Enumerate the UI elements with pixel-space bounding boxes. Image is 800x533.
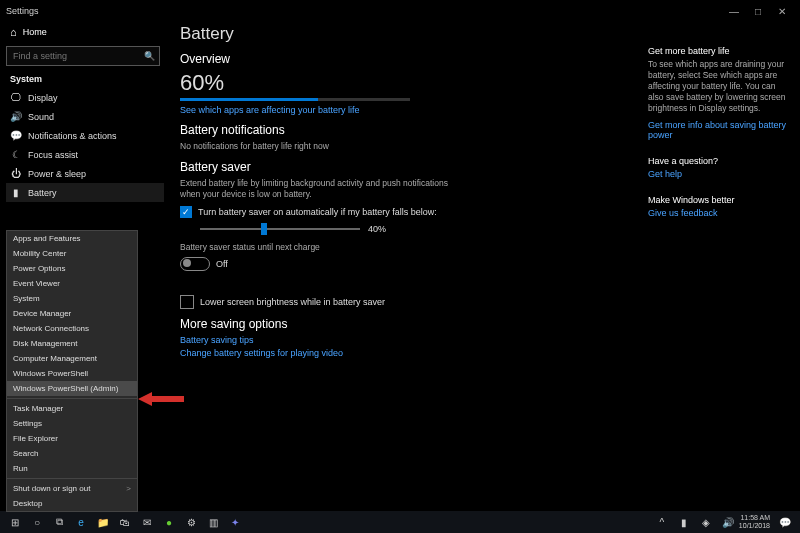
checkbox-checked-icon: ✓ [180,206,192,218]
ctx-desktop[interactable]: Desktop [7,496,137,511]
sidebar-item-sound[interactable]: 🔊Sound [6,107,164,126]
ctx-device-manager[interactable]: Device Manager [7,306,137,321]
tray-wifi-icon[interactable]: ◈ [697,513,715,531]
sidebar-item-battery[interactable]: ▮Battery [6,183,164,202]
saver-desc: Extend battery life by limiting backgrou… [180,178,460,200]
sidebar: ⌂ Home 🔍 System 🖵Display🔊Sound💬Notificat… [0,22,164,202]
sidebar-item-power-sleep[interactable]: ⏻Power & sleep [6,164,164,183]
sidebar-item-notifications-actions[interactable]: 💬Notifications & actions [6,126,164,145]
tips-l1[interactable]: Get more info about saving battery power [648,120,788,140]
ctx-network-connections[interactable]: Network Connections [7,321,137,336]
slider-track [200,228,360,230]
nav-icon: ⏻ [10,168,22,179]
saver-auto-label: Turn battery saver on automatically if m… [198,207,437,217]
ctx-event-viewer[interactable]: Event Viewer [7,276,137,291]
search-input-wrap[interactable]: 🔍 [6,46,160,66]
home-nav[interactable]: ⌂ Home [6,22,164,42]
tray-battery-icon[interactable]: ▮ [675,513,693,531]
clock-time: 11:58 AM [739,514,770,522]
tips-link[interactable]: Battery saving tips [180,335,788,345]
lower-brightness-checkbox[interactable]: Lower screen brightness while in battery… [180,295,788,309]
ctx-power-options[interactable]: Power Options [7,261,137,276]
clock[interactable]: 11:58 AM 10/1/2018 [739,514,770,530]
tips-p1: To see which apps are draining your batt… [648,59,788,114]
ctx-search[interactable]: Search [7,446,137,461]
nav-label: Display [28,93,58,103]
nav-icon: 💬 [10,130,22,141]
svg-marker-0 [138,392,184,406]
start-button[interactable]: ⊞ [6,513,24,531]
nav-label: Power & sleep [28,169,86,179]
slider-value: 40% [368,224,386,234]
cortana-icon[interactable]: ○ [28,513,46,531]
sidebar-item-focus-assist[interactable]: ☾Focus assist [6,145,164,164]
store-icon[interactable]: 🛍 [116,513,134,531]
video-link[interactable]: Change battery settings for playing vide… [180,348,788,358]
ctx-disk-management[interactable]: Disk Management [7,336,137,351]
ctx-computer-management[interactable]: Computer Management [7,351,137,366]
saver-threshold-slider[interactable]: 40% [200,224,788,234]
tips-h1: Get more battery life [648,46,788,56]
more-options-heading: More saving options [180,317,788,331]
mail-icon[interactable]: ✉ [138,513,156,531]
tips-l2[interactable]: Get help [648,169,788,179]
toggle-switch-icon [180,257,210,271]
annotation-arrow [138,390,184,408]
clock-date: 10/1/2018 [739,522,770,530]
nav-label: Notifications & actions [28,131,117,141]
edge-icon[interactable]: e [72,513,90,531]
nav-icon: ▮ [10,187,22,198]
ctx-windows-powershell[interactable]: Windows PowerShell [7,366,137,381]
tips-panel: Get more battery life To see which apps … [648,40,788,218]
search-icon: 🔍 [144,51,155,61]
taskbar: ⊞ ○ ⧉ e 📁 🛍 ✉ ● ⚙ ▥ ✦ ^ ▮ ◈ 🔊 11:58 AM 1… [0,511,800,533]
winx-menu: Apps and FeaturesMobility CenterPower Op… [6,230,138,512]
nav-label: Focus assist [28,150,78,160]
task-view-icon[interactable]: ⧉ [50,513,68,531]
battery-bar [180,98,410,101]
nav-label: Sound [28,112,54,122]
saver-toggle[interactable]: Off [180,257,788,271]
explorer-icon[interactable]: 📁 [94,513,112,531]
nav-icon: ☾ [10,149,22,160]
search-input[interactable] [11,50,144,62]
ctx-file-explorer[interactable]: File Explorer [7,431,137,446]
tray-volume-icon[interactable]: 🔊 [719,513,737,531]
ctx-windows-powershell-admin-[interactable]: Windows PowerShell (Admin) [7,381,137,396]
nav-icon: 🖵 [10,92,22,103]
checkbox-empty-icon [180,295,194,309]
ctx-task-manager[interactable]: Task Manager [7,401,137,416]
ctx-settings[interactable]: Settings [7,416,137,431]
minimize-button[interactable]: — [722,6,746,17]
nav-label: Battery [28,188,57,198]
settings-icon[interactable]: ⚙ [182,513,200,531]
lower-brightness-label: Lower screen brightness while in battery… [200,297,385,307]
tips-l3[interactable]: Give us feedback [648,208,788,218]
app-icon[interactable]: ● [160,513,178,531]
teams-icon[interactable]: ✦ [226,513,244,531]
notifications-body: No notifications for battery life right … [180,141,460,152]
nav-icon: 🔊 [10,111,22,122]
tips-h2: Have a question? [648,156,788,166]
slider-thumb[interactable] [261,223,267,235]
maximize-button[interactable]: □ [746,6,770,17]
tips-h3: Make Windows better [648,195,788,205]
saver-status-label: Battery saver status until next charge [180,242,460,253]
home-label: Home [23,27,47,37]
section-system: System [10,74,164,84]
ctx-system[interactable]: System [7,291,137,306]
ctx-run[interactable]: Run [7,461,137,476]
ctx-mobility-center[interactable]: Mobility Center [7,246,137,261]
ctx-apps-and-features[interactable]: Apps and Features [7,231,137,246]
ctx-shut-down-or-sign-out[interactable]: Shut down or sign out> [7,481,137,496]
tray-up-icon[interactable]: ^ [653,513,671,531]
app-title: Settings [6,6,39,16]
sidebar-item-display[interactable]: 🖵Display [6,88,164,107]
app2-icon[interactable]: ▥ [204,513,222,531]
home-icon: ⌂ [10,26,17,38]
toggle-label: Off [216,259,228,269]
action-center-icon[interactable]: 💬 [776,513,794,531]
close-button[interactable]: ✕ [770,6,794,17]
